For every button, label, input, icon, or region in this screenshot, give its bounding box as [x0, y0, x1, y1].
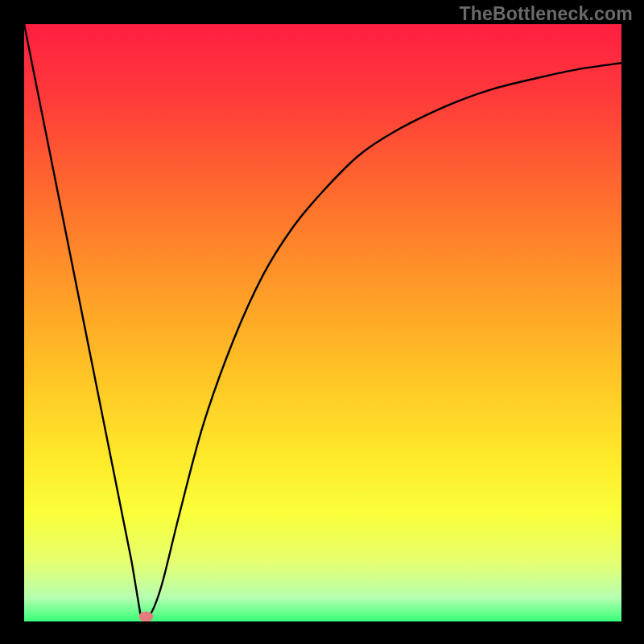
optimal-point-marker	[138, 612, 153, 622]
gradient-background	[24, 24, 621, 621]
bottleneck-chart	[0, 0, 644, 644]
chart-frame: TheBottleneck.com	[0, 0, 644, 644]
watermark-text: TheBottleneck.com	[459, 3, 633, 25]
